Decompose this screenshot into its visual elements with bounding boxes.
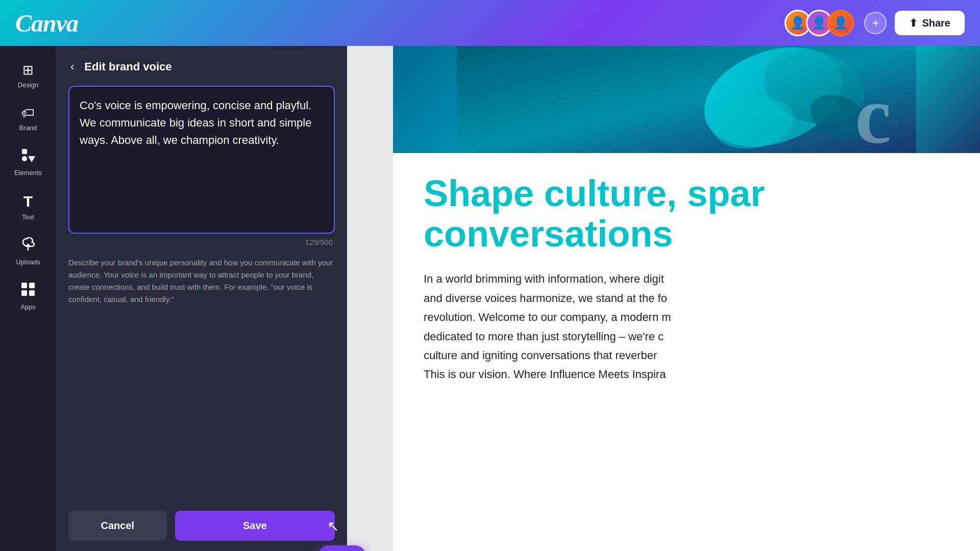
brand-icon: 🏷 xyxy=(21,105,35,121)
back-button[interactable]: ‹ xyxy=(68,58,76,76)
sidebar-item-brand-label: Brand xyxy=(19,124,37,132)
sidebar-item-uploads-label: Uploads xyxy=(16,258,40,266)
panel-header: ‹ Edit brand voice xyxy=(56,46,347,86)
canva-logo: Canva xyxy=(15,9,78,37)
svg-point-2 xyxy=(22,156,27,161)
sidebar-item-apps-label: Apps xyxy=(20,303,36,311)
panel-title: Edit brand voice xyxy=(84,60,172,73)
description-text: Describe your brand's unique personality… xyxy=(68,257,335,306)
svg-rect-7 xyxy=(29,290,35,296)
design-icon: ⊞ xyxy=(22,62,34,78)
sidebar-item-apps[interactable]: Apps xyxy=(0,274,56,319)
sidebar-item-uploads[interactable]: Uploads xyxy=(0,229,56,274)
collaborator-avatars: 👤 👤 👤 xyxy=(785,10,854,36)
sidebar-item-elements-label: Elements xyxy=(14,169,42,177)
save-button[interactable]: Save xyxy=(175,511,335,541)
avatar-3: 👤 xyxy=(827,10,854,36)
save-button-wrap: Save ↖ Amara xyxy=(175,511,335,541)
svg-marker-1 xyxy=(28,156,35,162)
brand-voice-panel: ‹ Edit brand voice 129/500 Describe your… xyxy=(56,46,347,551)
header: Canva 👤 👤 👤 + ⬆ Share xyxy=(0,0,980,46)
svg-rect-6 xyxy=(21,290,27,296)
canvas-page: c Shape culture, sparconversations In a … xyxy=(393,46,980,551)
share-button[interactable]: ⬆ Share xyxy=(895,11,965,35)
share-icon: ⬆ xyxy=(909,17,918,29)
panel-body: 129/500 Describe your brand's unique per… xyxy=(56,86,347,500)
share-label: Share xyxy=(922,17,950,29)
char-count: 129/500 xyxy=(68,238,335,246)
sidebar-item-elements[interactable]: Elements xyxy=(0,140,56,185)
sidebar-item-design-label: Design xyxy=(18,81,38,89)
header-right: 👤 👤 👤 + ⬆ Share xyxy=(785,10,965,36)
sidebar-item-design[interactable]: ⊞ Design xyxy=(0,54,56,97)
cancel-button[interactable]: Cancel xyxy=(68,511,167,541)
svg-rect-4 xyxy=(21,283,27,288)
sidebar-item-text[interactable]: T Text xyxy=(0,185,56,229)
svg-rect-0 xyxy=(22,149,27,154)
add-collaborator-button[interactable]: + xyxy=(864,12,887,34)
canvas-area: c Shape culture, sparconversations In a … xyxy=(347,46,980,551)
sidebar: ⊞ Design 🏷 Brand Elements T Text Uploads xyxy=(0,46,56,551)
panel-footer: Cancel Save ↖ Amara xyxy=(56,500,347,551)
uploads-icon xyxy=(21,237,35,255)
cursor-icon: ↖ xyxy=(327,517,339,534)
canvas-heading: Shape culture, sparconversations xyxy=(424,173,949,254)
brand-voice-textarea[interactable] xyxy=(68,86,335,234)
svg-rect-5 xyxy=(29,283,35,288)
canvas-body-text: In a world brimming with information, wh… xyxy=(424,269,949,384)
canvas-hero-image: c xyxy=(393,46,980,153)
svg-text:c: c xyxy=(855,70,891,153)
sidebar-item-brand[interactable]: 🏷 Brand xyxy=(0,97,56,140)
text-icon: T xyxy=(23,193,33,210)
canvas-content: Shape culture, sparconversations In a wo… xyxy=(393,153,980,405)
amara-tooltip: Amara xyxy=(318,545,365,551)
sidebar-item-text-label: Text xyxy=(22,213,34,221)
elements-icon xyxy=(21,148,35,166)
apps-icon xyxy=(21,282,35,300)
